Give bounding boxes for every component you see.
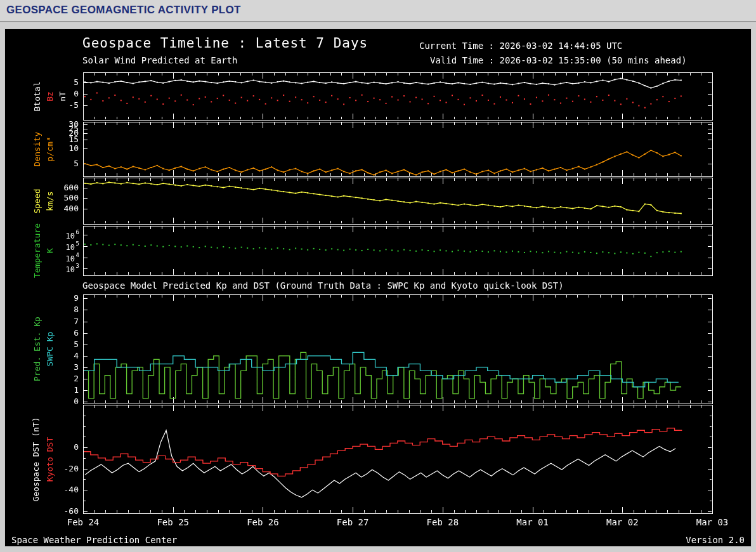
footer-version: Version 2.0 xyxy=(686,535,745,545)
section2-title: Geospace Model Predicted Kp and DST (Gro… xyxy=(82,280,564,291)
valid-time-label: Valid Time : 2026-03-02 15:35:00 (50 min… xyxy=(430,55,687,65)
current-time-label: Current Time : 2026-03-02 14:44:05 UTC xyxy=(419,41,622,51)
solar-wind-subtitle: Solar Wind Predicted at Earth xyxy=(82,55,237,65)
plot-title: Geospace Timeline : Latest 7 Days xyxy=(82,36,368,51)
plot-container: BtotalBznTDensityp/cm³Speedkm/sTemperatu… xyxy=(4,29,752,547)
page: { "header": { "title": "GEOSPACE GEOMAGN… xyxy=(0,0,756,552)
page-title: GEOSPACE GEOMAGNETIC ACTIVITY PLOT xyxy=(6,4,241,16)
page-header: GEOSPACE GEOMAGNETIC ACTIVITY PLOT xyxy=(0,0,756,22)
footer-credit: Space Weather Prediction Center xyxy=(11,535,177,545)
